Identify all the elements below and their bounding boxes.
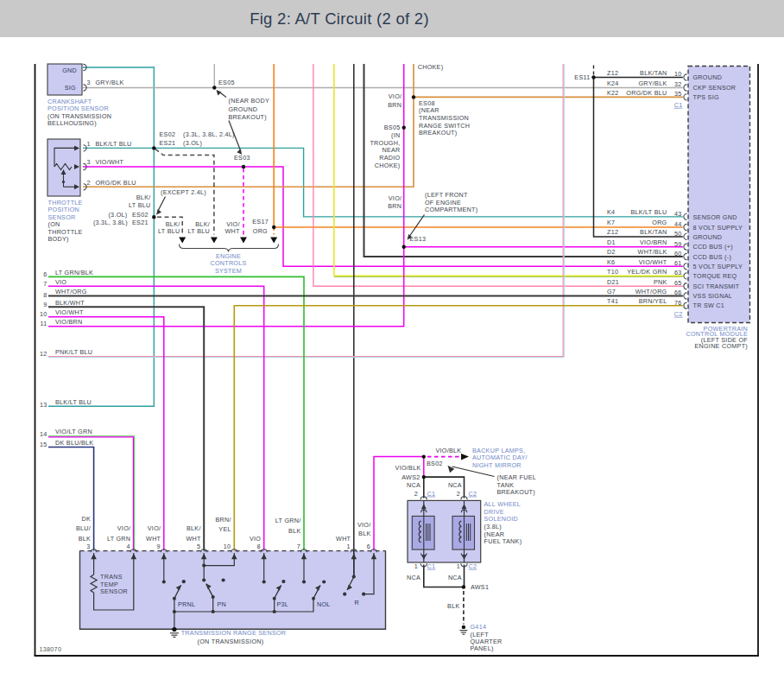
svg-text:VIO/BLK: VIO/BLK (395, 464, 421, 472)
svg-text:VIO/: VIO/ (389, 194, 402, 202)
svg-text:D2: D2 (607, 248, 616, 256)
svg-text:ES02: ES02 (160, 130, 176, 138)
svg-text:2: 2 (87, 179, 91, 187)
svg-text:BLK/: BLK/ (187, 524, 201, 532)
svg-text:GRY/BLK: GRY/BLK (96, 79, 124, 86)
svg-text:NCA: NCA (448, 574, 462, 581)
svg-text:K24: K24 (607, 79, 619, 87)
svg-text:76: 76 (674, 299, 682, 307)
svg-text:LT GRN/: LT GRN/ (275, 517, 301, 524)
svg-text:K6: K6 (607, 258, 615, 266)
svg-text:(3.3L, 3.8L, 2.4L): (3.3L, 3.8L, 2.4L) (183, 130, 235, 138)
svg-text:C2: C2 (674, 310, 683, 318)
svg-text:VIO/LT GRN: VIO/LT GRN (55, 428, 92, 435)
svg-text:YEL: YEL (218, 525, 231, 533)
svg-text:BLK: BLK (358, 530, 370, 537)
svg-text:(EXCEPT 2.4L): (EXCEPT 2.4L) (161, 188, 206, 196)
svg-text:ES02: ES02 (132, 211, 149, 219)
svg-text:WHT: WHT (224, 227, 240, 235)
svg-text:NCA: NCA (407, 574, 420, 581)
svg-text:ENGINE COMPT): ENGINE COMPT) (694, 342, 748, 350)
svg-text:4: 4 (127, 543, 130, 550)
svg-text:G7: G7 (607, 288, 616, 295)
svg-text:LT BLU: LT BLU (158, 227, 180, 235)
svg-text:8: 8 (256, 543, 260, 550)
svg-text:BRN/: BRN/ (216, 516, 231, 524)
svg-text:5 VOLT SUPPLY: 5 VOLT SUPPLY (693, 263, 743, 270)
svg-text:VIO/BLK: VIO/BLK (436, 447, 462, 454)
svg-text:BLK/TAN: BLK/TAN (640, 228, 667, 236)
svg-text:1: 1 (87, 140, 91, 148)
svg-text:LT GRN/BLK: LT GRN/BLK (55, 269, 93, 276)
svg-text:BLK/LT BLU: BLK/LT BLU (630, 208, 667, 216)
svg-text:BLK/WHT: BLK/WHT (55, 299, 85, 307)
svg-text:PNK: PNK (654, 278, 667, 286)
svg-text:BS05: BS05 (384, 124, 401, 131)
svg-text:(NEAR BODY: (NEAR BODY (229, 97, 270, 105)
svg-text:LT BLU: LT BLU (129, 201, 150, 209)
svg-text:10: 10 (224, 543, 231, 550)
svg-text:ORG: ORG (253, 227, 268, 235)
svg-text:BRN: BRN (388, 202, 401, 210)
svg-text:VIO/: VIO/ (117, 524, 131, 532)
svg-text:SIG: SIG (65, 84, 76, 92)
svg-text:BLK: BLK (447, 602, 459, 610)
svg-text:TR SW C1: TR SW C1 (693, 302, 725, 309)
svg-text:SOLENOID: SOLENOID (484, 515, 518, 523)
svg-text:VIO/WHT: VIO/WHT (55, 308, 84, 316)
svg-text:44: 44 (674, 220, 682, 228)
svg-text:NCA: NCA (407, 481, 420, 489)
svg-text:D21: D21 (607, 278, 619, 286)
svg-text:SENSOR: SENSOR (100, 587, 128, 595)
svg-text:C1: C1 (427, 562, 436, 570)
svg-text:SENSOR GND: SENSOR GND (693, 213, 737, 221)
svg-text:8 VOLT SUPPLY: 8 VOLT SUPPLY (693, 224, 743, 232)
svg-text:TPS SIG: TPS SIG (693, 93, 719, 101)
svg-text:10: 10 (674, 70, 682, 78)
svg-text:(3.OL): (3.OL) (183, 139, 202, 147)
svg-text:(NEAR: (NEAR (484, 530, 505, 538)
svg-text:BLK/LT BLU: BLK/LT BLU (96, 140, 132, 148)
svg-text:VIO: VIO (250, 535, 261, 543)
svg-text:ES21: ES21 (132, 219, 149, 226)
svg-text:CHOKE): CHOKE) (418, 63, 444, 71)
svg-text:VIO/BRN: VIO/BRN (640, 238, 667, 246)
svg-text:VIO/: VIO/ (389, 92, 402, 100)
svg-text:BLU/: BLU/ (76, 524, 91, 532)
svg-text:Z12: Z12 (607, 69, 618, 77)
svg-text:R: R (355, 599, 359, 606)
svg-text:15: 15 (40, 441, 47, 448)
svg-text:D1: D1 (607, 238, 616, 246)
svg-text:VIO/WHT: VIO/WHT (96, 158, 124, 166)
svg-text:PNK/LT BLU: PNK/LT BLU (55, 348, 92, 356)
svg-text:AWS1: AWS1 (471, 583, 489, 591)
svg-text:3: 3 (87, 79, 91, 86)
svg-text:FUEL TANK): FUEL TANK) (484, 537, 522, 545)
svg-text:AWS2: AWS2 (401, 473, 420, 481)
svg-text:138070: 138070 (40, 645, 62, 653)
svg-text:COMPARTMENT): COMPARTMENT) (425, 206, 477, 213)
svg-text:WHT/ORG: WHT/ORG (55, 288, 87, 295)
svg-text:1: 1 (347, 543, 351, 550)
svg-text:TRANSMISSION RANGE SENSOR: TRANSMISSION RANGE SENSOR (181, 629, 287, 637)
svg-text:VSS SIGNAL: VSS SIGNAL (693, 292, 733, 300)
svg-text:TORQUE REQ: TORQUE REQ (693, 272, 737, 280)
svg-text:C1: C1 (674, 101, 683, 109)
svg-text:35: 35 (674, 90, 682, 98)
svg-text:WHT/BLK: WHT/BLK (638, 248, 667, 256)
svg-text:NIGHT MIRROR: NIGHT MIRROR (472, 461, 522, 469)
svg-text:9: 9 (43, 301, 47, 308)
svg-text:Z12: Z12 (607, 228, 618, 236)
svg-text:9: 9 (157, 543, 161, 550)
svg-text:C2: C2 (469, 490, 477, 498)
svg-text:BS02: BS02 (427, 460, 443, 467)
svg-text:BREAKOUT): BREAKOUT) (229, 113, 267, 121)
svg-text:K4: K4 (607, 208, 615, 216)
svg-text:BRN/YEL: BRN/YEL (639, 297, 667, 305)
svg-text:WHT: WHT (146, 535, 161, 543)
svg-text:CCD BUS (+): CCD BUS (+) (693, 243, 733, 251)
svg-text:WHT/ORG: WHT/ORG (635, 288, 667, 295)
svg-text:(3.3L, 3.8L): (3.3L, 3.8L) (93, 219, 128, 226)
svg-text:6: 6 (367, 543, 370, 550)
svg-text:BLK/LT BLU: BLK/LT BLU (55, 398, 92, 406)
